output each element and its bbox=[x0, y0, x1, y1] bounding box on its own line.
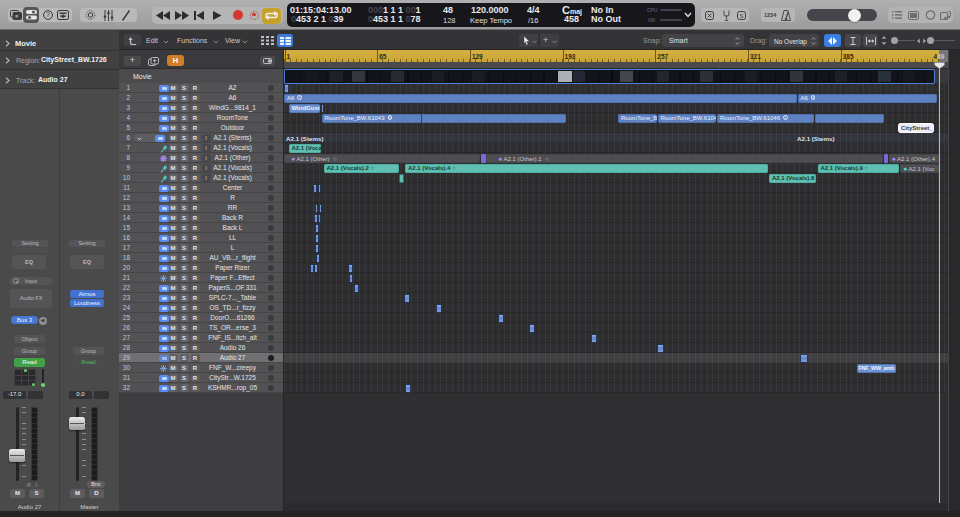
svg-text:S: S bbox=[739, 12, 743, 18]
svg-text:?: ? bbox=[46, 11, 50, 18]
